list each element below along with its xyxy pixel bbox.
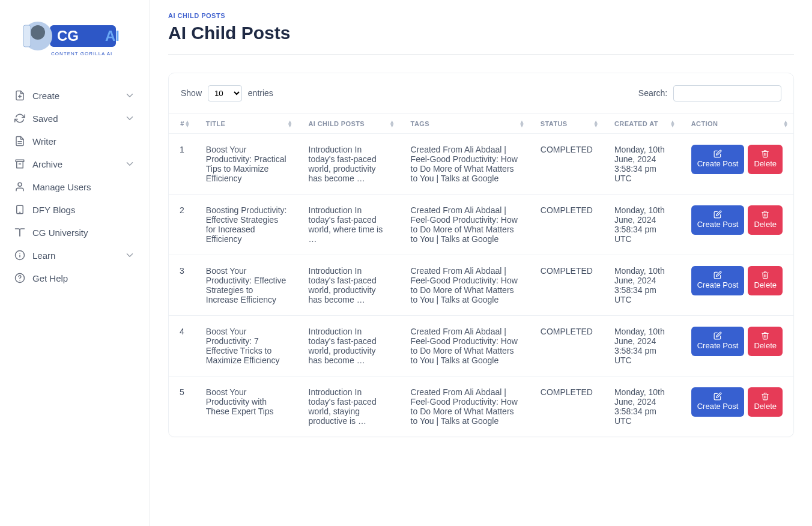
row-ai-child: Introduction In today's fast-paced world… — [298, 255, 400, 316]
book-icon — [14, 227, 25, 238]
col-tags[interactable]: TAGS▲▼ — [400, 114, 530, 134]
sidebar-item-archive[interactable]: Archive — [6, 153, 144, 175]
delete-button[interactable]: Delete — [748, 327, 783, 356]
row-tags: Created From Ali Abdaal | Feel-Good Prod… — [400, 134, 530, 195]
col--[interactable]: #▲▼ — [169, 114, 195, 134]
col-title[interactable]: TITLE▲▼ — [195, 114, 298, 134]
sidebar: CG AI CONTENT GORILLA AI CreateSavedWrit… — [0, 0, 150, 526]
help-icon — [14, 273, 25, 283]
table-card: Show 102550100 entries Search: #▲▼TITLE▲… — [168, 73, 794, 437]
breadcrumb: AI CHILD POSTS — [168, 12, 794, 19]
sidebar-item-writer[interactable]: Writer — [6, 130, 144, 153]
sort-icon: ▲▼ — [287, 120, 292, 127]
trash-icon — [761, 150, 769, 158]
col-action[interactable]: ACTION▲▼ — [680, 114, 793, 134]
delete-button[interactable]: Delete — [748, 266, 783, 295]
row-status: COMPLETED — [530, 195, 604, 255]
edit-icon — [714, 210, 722, 219]
col-ai-child-posts[interactable]: AI CHILD POSTS▲▼ — [298, 114, 400, 134]
sidebar-nav: CreateSavedWriterArchiveManage UsersDFY … — [0, 84, 150, 289]
svg-point-4 — [31, 25, 45, 40]
user-icon — [14, 181, 25, 192]
svg-text:CG: CG — [57, 28, 79, 44]
create-post-button[interactable]: Create Post — [691, 387, 745, 417]
row-ai-child: Introduction In today's fast-paced world… — [298, 195, 400, 255]
row-status: COMPLETED — [530, 316, 604, 376]
row-ai-child: Introduction In today's fast-paced world… — [298, 134, 400, 195]
col-status[interactable]: STATUS▲▼ — [530, 114, 604, 134]
search-input[interactable] — [673, 85, 781, 101]
sort-icon: ▲▼ — [389, 120, 395, 127]
svg-rect-12 — [17, 162, 23, 168]
delete-button[interactable]: Delete — [748, 205, 783, 235]
table-row: 3Boost Your Productivity: Effective Stra… — [169, 255, 793, 316]
svg-rect-5 — [23, 25, 31, 47]
row-actions: Create PostDelete — [680, 134, 793, 195]
delete-button[interactable]: Delete — [748, 145, 783, 174]
page-title: AI Child Posts — [168, 23, 794, 43]
svg-point-14 — [18, 183, 22, 186]
button-label: Delete — [754, 220, 777, 230]
table-row: 5Boost Your Productivity with These Expe… — [169, 376, 793, 437]
sidebar-item-dfy-blogs[interactable]: DFY Blogs — [6, 198, 144, 221]
document-icon — [14, 136, 25, 147]
row-actions: Create PostDelete — [680, 255, 793, 316]
sidebar-item-label: Create — [32, 91, 59, 101]
edit-icon — [714, 331, 722, 340]
chevron-down-icon — [124, 159, 135, 169]
row-tags: Created From Ali Abdaal | Feel-Good Prod… — [400, 255, 530, 316]
entries-label: entries — [248, 88, 273, 98]
row-status: COMPLETED — [530, 376, 604, 437]
button-label: Create Post — [697, 280, 739, 291]
sidebar-item-saved[interactable]: Saved — [6, 107, 144, 130]
sidebar-item-manage-users[interactable]: Manage Users — [6, 175, 144, 198]
create-post-button[interactable]: Create Post — [691, 205, 745, 235]
trash-icon — [761, 331, 769, 340]
search-label: Search: — [638, 88, 667, 98]
sidebar-item-label: Get Help — [32, 273, 68, 283]
edit-icon — [714, 150, 722, 158]
row-created: Monday, 10th June, 2024 3:58:34 pm UTC — [604, 376, 680, 437]
column-label: STATUS — [541, 120, 568, 127]
column-label: TAGS — [411, 120, 429, 127]
brand-logo: CG AI CONTENT GORILLA AI — [15, 12, 135, 66]
sidebar-item-get-help[interactable]: Get Help — [6, 267, 144, 289]
chevron-down-icon — [124, 113, 135, 124]
sidebar-item-learn[interactable]: Learn — [6, 244, 144, 267]
button-label: Delete — [754, 341, 777, 351]
row-created: Monday, 10th June, 2024 3:58:34 pm UTC — [604, 316, 680, 376]
sidebar-item-create[interactable]: Create — [6, 84, 144, 107]
table-row: 2Boosting Productivity: Effective Strate… — [169, 195, 793, 255]
delete-button[interactable]: Delete — [748, 387, 783, 417]
button-label: Create Post — [697, 402, 739, 412]
button-label: Create Post — [697, 220, 739, 230]
row-status: COMPLETED — [530, 255, 604, 316]
sort-icon: ▲▼ — [184, 120, 190, 127]
row-number: 1 — [169, 134, 195, 195]
create-post-button[interactable]: Create Post — [691, 145, 745, 174]
divider — [168, 54, 794, 55]
row-created: Monday, 10th June, 2024 3:58:34 pm UTC — [604, 255, 680, 316]
row-created: Monday, 10th June, 2024 3:58:34 pm UTC — [604, 134, 680, 195]
sidebar-item-label: Archive — [32, 159, 62, 169]
sidebar-item-cg-university[interactable]: CG University — [6, 221, 144, 244]
sort-icon: ▲▼ — [520, 120, 525, 127]
row-title: Boost Your Productivity: Effective Strat… — [195, 255, 298, 316]
create-post-button[interactable]: Create Post — [691, 327, 745, 356]
column-label: TITLE — [206, 120, 226, 127]
search-wrap: Search: — [638, 85, 781, 101]
table-row: 4Boost Your Productivity: 7 Effective Tr… — [169, 316, 793, 376]
row-title: Boosting Productivity: Effective Strateg… — [195, 195, 298, 255]
sidebar-item-label: Writer — [32, 136, 56, 147]
column-label: CREATED AT — [614, 120, 658, 127]
create-post-button[interactable]: Create Post — [691, 266, 745, 295]
row-actions: Create PostDelete — [680, 376, 793, 437]
row-tags: Created From Ali Abdaal | Feel-Good Prod… — [400, 316, 530, 376]
trash-icon — [761, 210, 769, 219]
row-number: 5 — [169, 376, 195, 437]
col-created-at[interactable]: CREATED AT▲▼ — [604, 114, 680, 134]
page-size-select[interactable]: 102550100 — [208, 85, 242, 101]
column-label: # — [180, 120, 184, 127]
button-label: Delete — [754, 280, 777, 291]
table-row: 1Boost Your Productivity: Practical Tips… — [169, 134, 793, 195]
